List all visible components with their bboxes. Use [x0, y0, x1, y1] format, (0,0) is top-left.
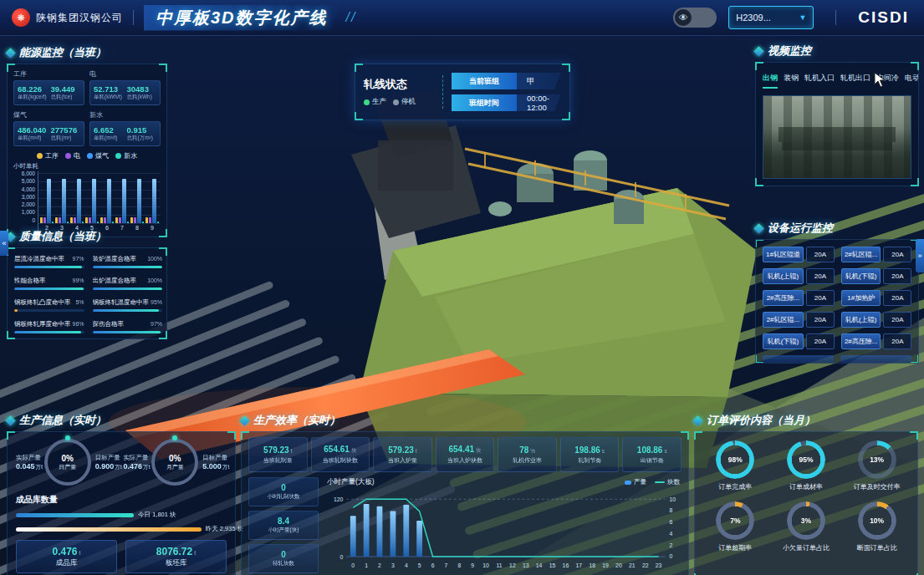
visibility-toggle[interactable]: 👁: [673, 8, 717, 28]
efficiency-side-cards: 0小时轧制块数8.4小时产量(块)0待轧块数: [248, 477, 319, 575]
daily-actual-unit: 万t: [36, 464, 43, 470]
panel-diamond-icon: [753, 46, 764, 57]
panel-diamond-icon: [5, 415, 16, 426]
panel-diamond-icon: [753, 223, 764, 234]
equipment-value: 20A: [883, 290, 911, 306]
efficiency-value: 654.41: [448, 445, 474, 454]
svg-text:19: 19: [602, 562, 609, 568]
svg-text:7: 7: [445, 562, 448, 568]
quality-grid: 层流冷温度命中率97%装炉温度合格率100%性能合格率99%出炉温度合格率100…: [14, 255, 160, 333]
monthly-output-percent: 0%: [169, 454, 181, 463]
efficiency-card: 654.41块当班入炉块数: [436, 437, 495, 472]
inventory-bar-row: 今日 1,801 块: [16, 511, 227, 519]
equipment-row-partial: [763, 355, 911, 363]
inventory-unit: t: [194, 550, 196, 556]
equipment-name: 轧机(下辊): [763, 333, 804, 349]
video-tab-3[interactable]: 轧机入口: [804, 73, 835, 89]
equipment-name: 2#高压除...: [763, 290, 804, 306]
legend-label: 产量: [634, 478, 646, 486]
company-logo: ❋ 陕钢集团汉钢公司: [12, 8, 123, 27]
rolling-status-panel: 轧线状态 生产停机 当前班组 甲 班组时间 00:00-12:00: [355, 64, 570, 119]
energy-unit-label: 总耗(m³): [51, 135, 81, 142]
equipment-value: 20A: [883, 268, 911, 284]
order-donut: 3%小欠量订单占比: [771, 501, 842, 552]
quality-label: 装炉温度合格率: [93, 255, 137, 263]
equipment-item: 1#轧区辊道20A: [763, 247, 835, 262]
quality-bar: [14, 288, 84, 290]
panel-diamond-icon: [5, 48, 16, 59]
energy-category-label: 煤气: [13, 110, 84, 120]
shift-time-label: 班组时间: [452, 94, 517, 111]
energy-legend-item: 煤气: [87, 151, 109, 160]
y-tick-label: 3,000: [22, 195, 35, 201]
donut-ring: 13%: [858, 440, 896, 479]
y-tick-label: 1,000: [22, 210, 35, 216]
inventory-card[interactable]: 8076.72t板坯库: [125, 540, 227, 573]
hourly-chart-title: 小时产量(大板): [327, 477, 375, 487]
bar-电: [43, 217, 46, 223]
donut-label: 断面订单占比: [857, 543, 897, 552]
quality-item: 探伤合格率97%: [93, 320, 163, 333]
video-tab-6[interactable]: 电动辊: [905, 73, 918, 89]
svg-text:6: 6: [669, 519, 672, 525]
y-tick-label: 4,000: [22, 187, 35, 193]
header-divider: [835, 10, 836, 25]
y-tick-label: 2,000: [22, 202, 35, 208]
efficiency-panel-title: 生产效率（实时）: [253, 413, 340, 428]
daily-actual-label: 实际产量: [16, 454, 40, 462]
video-tab-5[interactable]: 中间冷: [876, 73, 899, 89]
order-donut: 98%订单完成率: [700, 440, 771, 491]
right-panel-collapse-handle[interactable]: »: [916, 239, 924, 272]
inventory-card[interactable]: 0.476t成品库: [16, 540, 117, 573]
energy-unit-label: 总耗(tce): [51, 94, 81, 101]
legend-dot-icon: [65, 153, 71, 159]
efficiency-unit: %: [530, 448, 535, 454]
quality-item: 出炉温度合格率100%: [93, 277, 163, 290]
header-divider: [133, 10, 134, 25]
inventory-cards: 0.476t成品库8076.72t板坯库: [16, 540, 227, 573]
svg-text:20: 20: [615, 562, 622, 568]
quality-bar: [14, 309, 18, 312]
video-tab-4[interactable]: 轧机出口: [840, 73, 870, 89]
energy-value: 6.652: [94, 125, 124, 135]
camera-feed[interactable]: [763, 95, 911, 179]
equipment-value: 20A: [883, 247, 911, 262]
order-donut: 7%订单超期率: [700, 501, 771, 552]
efficiency-unit: 块: [351, 447, 357, 453]
device-select-dropdown[interactable]: H2309... ▼: [728, 6, 814, 29]
quality-item: 钢板终轧凸度命中率5%: [14, 298, 84, 312]
daily-target-unit: 万t: [115, 464, 122, 470]
equipment-name: 轧机(上辊): [841, 312, 881, 328]
left-panel-collapse-handle[interactable]: «: [0, 231, 8, 256]
bar-煤气: [122, 179, 126, 223]
efficiency-value: 78: [519, 445, 528, 455]
legend-label: 新水: [124, 151, 137, 160]
side-value: 8.4: [278, 516, 289, 526]
equipment-name: 2#高压除...: [841, 333, 881, 349]
energy-category-label: 电: [89, 69, 161, 79]
quality-label: 出炉温度合格率: [93, 277, 137, 285]
energy-value: 0.915: [127, 125, 157, 135]
video-tab-2[interactable]: 装钢: [784, 73, 799, 89]
quality-item: 层流冷温度命中率97%: [14, 255, 84, 268]
quality-percent: 96%: [73, 321, 84, 327]
bar-工序: [115, 217, 118, 223]
bar-电: [149, 217, 151, 223]
monthly-actual-value: 0.476: [124, 462, 143, 471]
energy-unit-label: 总耗(kWh): [127, 94, 157, 101]
hourly-chart-legend: 产量块数: [625, 478, 680, 486]
bar-工序: [130, 217, 133, 223]
bar-新水: [52, 221, 54, 223]
equipment-value: 20A: [883, 312, 911, 328]
order-donut: 95%订单成材率: [771, 440, 842, 491]
daily-actual-value: 0.045: [16, 462, 35, 471]
inventory-label: 成品库: [56, 558, 78, 568]
video-tab-1[interactable]: 出钢: [763, 73, 778, 89]
bar-煤气: [137, 179, 141, 223]
bar-工序: [55, 217, 58, 223]
video-monitor-panel: 视频监控 出钢装钢轧机入口轧机出口中间冷电动辊: [755, 43, 919, 186]
monthly-output-ring: 0% 月产量: [151, 439, 198, 486]
efficiency-value: 579.23: [388, 445, 414, 455]
svg-text:14: 14: [536, 562, 543, 568]
efficiency-card: 198.86s轧制节奏: [560, 437, 620, 472]
